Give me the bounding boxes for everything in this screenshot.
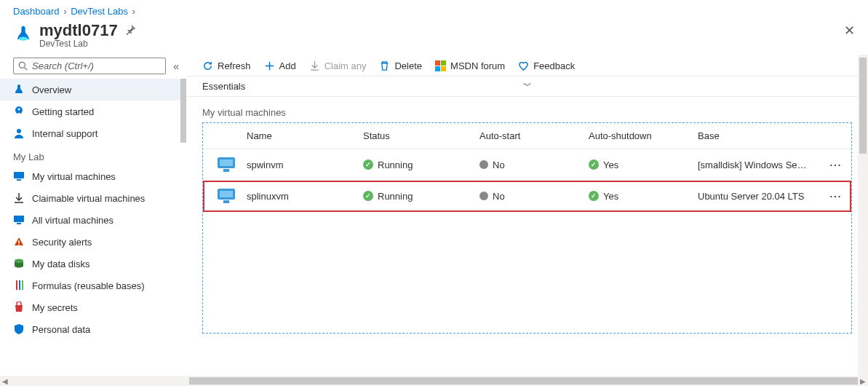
sidebar-item-label: My data disks — [32, 259, 89, 269]
vm-autostart: No — [479, 191, 589, 202]
svg-rect-5 — [14, 172, 24, 178]
trash-icon — [379, 60, 390, 71]
claim-any-button: Claim any — [309, 60, 367, 71]
status-running-icon — [363, 159, 373, 170]
refresh-button[interactable]: Refresh — [202, 60, 251, 71]
status-running-icon — [363, 191, 373, 201]
toolbar-label: Delete — [394, 60, 422, 71]
breadcrumb: Dashboard › DevTest Labs › — [0, 0, 868, 18]
content-area: My virtual machines Name Status Auto-sta… — [186, 97, 868, 386]
sidebar-item-getting-started[interactable]: Getting started — [0, 101, 186, 122]
disk-icon — [13, 258, 25, 269]
table-row[interactable]: spwinvmRunningNoYes[smalldisk] Windows S… — [203, 149, 851, 181]
main-scrollbar-horizontal[interactable]: ◀ ▶ — [0, 376, 868, 386]
sidebar-item-formulas[interactable]: Formulas (reusable bases) — [0, 275, 186, 296]
toolbar: Refresh Add Claim any Delete MSDN forum … — [186, 55, 868, 76]
sidebar-item-personal-data[interactable]: Personal data — [0, 318, 186, 340]
vm-autoshutdown: Yes — [589, 191, 698, 202]
breadcrumb-link-devtestlabs[interactable]: DevTest Labs — [71, 6, 128, 17]
sidebar-item-label: Internal support — [32, 128, 97, 139]
sidebar-item-label: Claimable virtual machines — [32, 193, 145, 204]
close-icon[interactable]: ✕ — [844, 23, 855, 39]
microsoft-icon — [435, 60, 446, 71]
download-icon — [13, 192, 25, 204]
sidebar: Search (Ctrl+/) « Overview Getting start… — [0, 55, 186, 386]
sidebar-item-claimable[interactable]: Claimable virtual machines — [0, 187, 186, 209]
devtestlab-icon — [13, 24, 33, 44]
collapse-sidebar-icon[interactable]: « — [173, 60, 179, 72]
svg-rect-20 — [223, 200, 229, 203]
sidebar-item-label: Security alerts — [32, 237, 92, 248]
refresh-icon — [202, 60, 213, 71]
shield-icon — [13, 323, 25, 335]
sidebar-item-label: Formulas (reusable bases) — [32, 280, 145, 291]
delete-button[interactable]: Delete — [379, 60, 422, 71]
vm-status: Running — [363, 159, 479, 170]
sidebar-item-overview[interactable]: Overview — [0, 79, 186, 101]
scroll-right-icon[interactable]: ▶ — [858, 377, 868, 385]
main-scrollbar-vertical[interactable] — [858, 55, 868, 386]
status-on-icon — [589, 191, 599, 201]
column-autoshutdown[interactable]: Auto-shutdown — [589, 130, 698, 141]
lab-icon — [13, 84, 25, 95]
msdn-forum-button[interactable]: MSDN forum — [435, 60, 505, 71]
sidebar-scrollbar[interactable] — [180, 79, 186, 382]
vm-icon — [13, 170, 25, 182]
alert-icon — [13, 236, 25, 248]
row-actions-button[interactable]: ··· — [824, 191, 848, 202]
column-name[interactable]: Name — [247, 130, 363, 141]
sidebar-item-label: My secrets — [32, 302, 78, 313]
column-status[interactable]: Status — [363, 130, 479, 141]
sidebar-group-mylab: My Lab — [0, 144, 186, 165]
rocket-icon — [13, 106, 25, 117]
sidebar-item-all-vms[interactable]: All virtual machines — [0, 209, 186, 231]
essentials-toggle[interactable]: Essentials ︾ — [186, 76, 868, 97]
svg-point-0 — [19, 37, 28, 41]
sidebar-item-my-vms[interactable]: My virtual machines — [0, 165, 186, 187]
search-icon — [18, 61, 28, 71]
column-autostart[interactable]: Auto-start — [479, 130, 589, 141]
sidebar-nav: Overview Getting started Internal suppor… — [0, 79, 186, 382]
sidebar-item-label: Personal data — [32, 324, 90, 335]
sidebar-item-label: My virtual machines — [32, 171, 116, 182]
sidebar-item-my-secrets[interactable]: My secrets — [0, 296, 186, 318]
vm-autostart: No — [479, 159, 589, 170]
svg-point-11 — [15, 259, 23, 263]
svg-rect-6 — [17, 179, 21, 181]
column-base[interactable]: Base — [698, 130, 824, 141]
svg-rect-16 — [220, 159, 233, 166]
sidebar-item-my-data-disks[interactable]: My data disks — [0, 253, 186, 275]
vm-autoshutdown: Yes — [589, 159, 698, 170]
vm-base: [smalldisk] Windows Se… — [698, 159, 824, 170]
add-button[interactable]: Add — [264, 60, 296, 71]
svg-rect-7 — [14, 216, 24, 222]
breadcrumb-link-dashboard[interactable]: Dashboard — [13, 6, 60, 17]
status-off-icon — [479, 160, 488, 169]
svg-point-3 — [18, 109, 20, 111]
scroll-left-icon[interactable]: ◀ — [0, 377, 10, 385]
svg-rect-12 — [16, 280, 17, 290]
svg-point-4 — [17, 129, 21, 133]
main-panel: Refresh Add Claim any Delete MSDN forum … — [186, 55, 868, 386]
sidebar-item-security-alerts[interactable]: Security alerts — [0, 231, 186, 253]
sidebar-item-internal-support[interactable]: Internal support — [0, 122, 186, 144]
chevron-right-icon: › — [131, 6, 137, 17]
plus-icon — [264, 60, 275, 71]
status-off-icon — [479, 192, 488, 200]
svg-rect-19 — [220, 191, 233, 197]
person-icon — [13, 127, 25, 139]
vm-status: Running — [363, 191, 479, 202]
status-on-icon — [589, 159, 599, 170]
page-title: mydtl0717 — [39, 21, 118, 40]
row-actions-button[interactable]: ··· — [824, 159, 848, 170]
search-input[interactable]: Search (Ctrl+/) — [13, 58, 166, 74]
vm-icon — [206, 188, 247, 204]
table-row[interactable]: splinuxvmRunningNoYesUbuntu Server 20.04… — [203, 181, 851, 212]
bag-icon — [13, 302, 25, 313]
pin-icon[interactable] — [125, 25, 135, 37]
page-subtitle: DevTest Lab — [39, 39, 135, 49]
feedback-button[interactable]: Feedback — [518, 60, 575, 71]
vm-name: spwinvm — [247, 159, 363, 170]
essentials-label: Essentials — [202, 81, 245, 92]
flask-icon — [13, 280, 25, 291]
